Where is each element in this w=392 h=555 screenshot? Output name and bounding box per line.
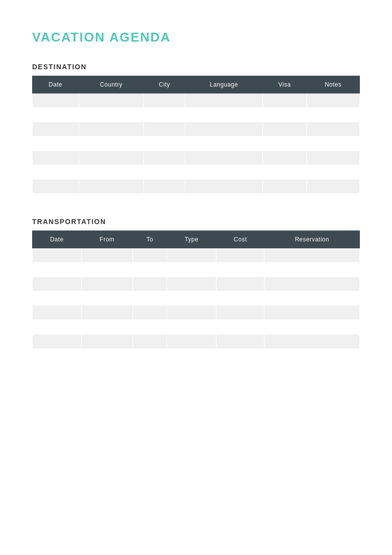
transportation-row[interactable] [33,334,360,349]
transportation-cell[interactable] [264,277,360,291]
destination-cell[interactable] [306,93,359,108]
destination-cell[interactable] [144,151,185,165]
destination-cell[interactable] [144,122,185,137]
transportation-header-row: Date From To Type Cost Reservation [33,231,360,248]
transportation-cell[interactable] [264,306,360,320]
transportation-cell[interactable] [167,248,216,263]
destination-cell[interactable] [79,151,144,165]
destination-row[interactable] [33,180,360,194]
row-gap [33,320,360,334]
transportation-cell[interactable] [167,306,216,320]
destination-col-language: Language [185,76,263,93]
transportation-cell[interactable] [167,334,216,349]
transportation-cell[interactable] [33,248,82,263]
row-gap [33,263,360,277]
transportation-cell[interactable] [217,306,264,320]
destination-row[interactable] [33,122,360,137]
transportation-col-date: Date [33,231,82,248]
destination-cell[interactable] [144,180,185,194]
transportation-cell[interactable] [264,248,360,263]
destination-cell[interactable] [33,180,79,194]
destination-cell[interactable] [185,151,263,165]
destination-cell[interactable] [33,151,79,165]
transportation-cell[interactable] [133,248,167,263]
transportation-col-reservation: Reservation [264,231,360,248]
destination-cell[interactable] [185,122,263,137]
destination-col-visa: Visa [262,76,306,93]
destination-cell[interactable] [144,93,185,108]
destination-col-date: Date [33,76,79,93]
transportation-cell[interactable] [133,277,167,291]
transportation-cell[interactable] [81,248,133,263]
destination-cell[interactable] [79,122,144,137]
destination-table: Date Country City Language Visa Notes [32,76,360,194]
destination-header-row: Date Country City Language Visa Notes [33,76,360,93]
transportation-row[interactable] [33,306,360,320]
transportation-cell[interactable] [81,306,133,320]
transportation-cell[interactable] [217,334,264,349]
destination-cell[interactable] [33,93,79,108]
transportation-cell[interactable] [133,334,167,349]
transportation-cell[interactable] [167,277,216,291]
transportation-section-title: TRANSPORTATION [32,218,360,226]
destination-cell[interactable] [79,180,144,194]
transportation-cell[interactable] [81,277,133,291]
destination-row[interactable] [33,93,360,108]
transportation-cell[interactable] [217,248,264,263]
destination-cell[interactable] [262,180,306,194]
destination-row[interactable] [33,151,360,165]
destination-cell[interactable] [262,122,306,137]
transportation-cell[interactable] [133,306,167,320]
transportation-col-type: Type [167,231,216,248]
transportation-row[interactable] [33,277,360,291]
destination-col-country: Country [79,76,144,93]
transportation-row[interactable] [33,248,360,263]
row-gap [33,165,360,180]
transportation-cell[interactable] [264,334,360,349]
transportation-col-cost: Cost [217,231,264,248]
transportation-cell[interactable] [33,334,82,349]
transportation-cell[interactable] [33,277,82,291]
transportation-col-from: From [81,231,133,248]
destination-cell[interactable] [185,93,263,108]
destination-cell[interactable] [185,180,263,194]
destination-cell[interactable] [79,93,144,108]
destination-section-title: DESTINATION [32,63,360,71]
transportation-col-to: To [133,231,167,248]
transportation-section: TRANSPORTATION Date From To Type Cost Re… [32,218,360,349]
destination-cell[interactable] [306,122,359,137]
destination-col-notes: Notes [306,76,359,93]
destination-cell[interactable] [306,180,359,194]
destination-cell[interactable] [306,151,359,165]
transportation-cell[interactable] [81,334,133,349]
destination-cell[interactable] [262,151,306,165]
transportation-cell[interactable] [33,306,82,320]
row-gap [33,291,360,306]
destination-cell[interactable] [33,122,79,137]
transportation-table: Date From To Type Cost Reservation [32,231,360,349]
destination-section: DESTINATION Date Country City Language V… [32,63,360,194]
transportation-cell[interactable] [217,277,264,291]
destination-cell[interactable] [262,93,306,108]
row-gap [33,137,360,151]
destination-col-city: City [144,76,185,93]
row-gap [33,108,360,122]
page-title: VACATION AGENDA [32,30,360,45]
